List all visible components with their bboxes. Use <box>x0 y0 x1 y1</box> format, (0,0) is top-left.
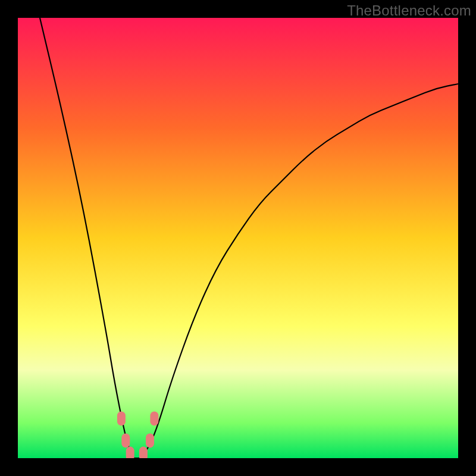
chart-svg <box>18 18 458 458</box>
watermark-text: TheBottleneck.com <box>347 2 471 19</box>
marker <box>150 411 158 425</box>
marker <box>117 411 126 425</box>
chart-frame: TheBottleneck.com <box>0 0 476 476</box>
plot-area <box>18 18 458 458</box>
marker <box>146 433 154 447</box>
marker <box>139 447 148 458</box>
marker <box>126 447 134 458</box>
gradient-bg <box>18 18 458 458</box>
marker <box>121 433 130 447</box>
